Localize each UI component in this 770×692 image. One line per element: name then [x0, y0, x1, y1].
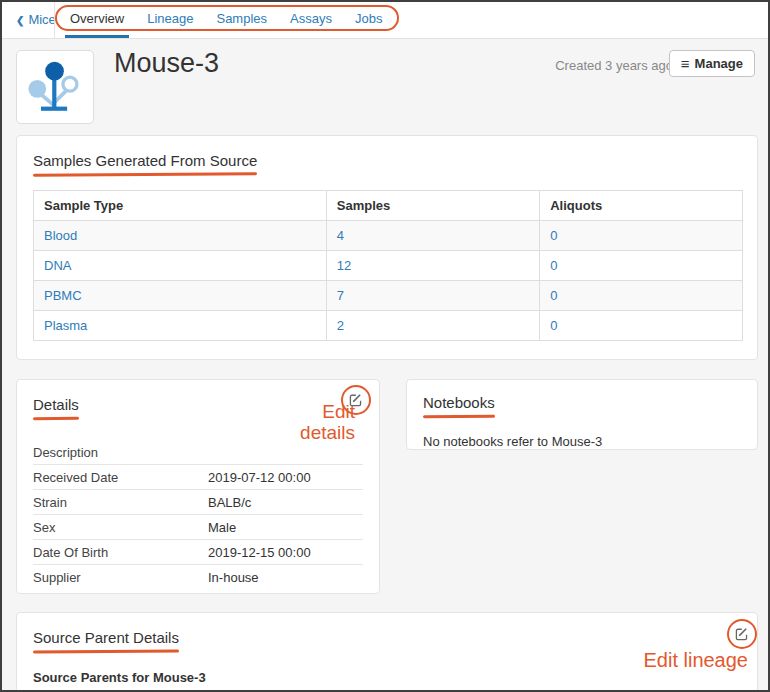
- field-row: Description: [33, 440, 363, 465]
- field-label: Date Of Birth: [33, 545, 208, 560]
- edit-pencil-icon: [735, 627, 749, 641]
- aliquot-count-link[interactable]: 0: [550, 288, 557, 303]
- source-parent-heading: Source Parent Details: [33, 629, 179, 653]
- page-title: Mouse-3: [114, 48, 219, 79]
- field-label: Received Date: [33, 470, 208, 485]
- tab-jobs[interactable]: Jobs: [350, 2, 387, 38]
- tab-samples[interactable]: Samples: [211, 2, 272, 38]
- edit-pencil-icon: [349, 393, 363, 407]
- edit-lineage-button[interactable]: [731, 623, 753, 645]
- field-value: Male: [208, 520, 363, 535]
- table-row: DNA 12 0: [34, 251, 743, 281]
- notebooks-empty-text: No notebooks refer to Mouse-3: [423, 434, 741, 449]
- aliquot-count-link[interactable]: 0: [550, 318, 557, 333]
- sample-count-link[interactable]: 2: [337, 318, 344, 333]
- notebooks-panel: Notebooks No notebooks refer to Mouse-3: [406, 379, 758, 450]
- table-row: Blood 4 0: [34, 221, 743, 251]
- lineage-source-icon: [27, 59, 83, 115]
- column-header-samples: Samples: [326, 191, 539, 221]
- source-type-icon-card: [16, 50, 94, 124]
- app-window: ❮Mice Overview Lineage Samples Assays Jo…: [0, 0, 770, 692]
- tab-lineage[interactable]: Lineage: [142, 2, 198, 38]
- tab-strip: Overview Lineage Samples Assays Jobs: [65, 2, 387, 38]
- annotation-edit-lineage-label: Edit lineage: [643, 650, 748, 671]
- tab-assays[interactable]: Assays: [285, 2, 337, 38]
- field-value: In-house: [208, 570, 363, 585]
- edit-details-button[interactable]: [345, 389, 367, 411]
- created-timestamp: Created 3 years ago: [555, 58, 673, 73]
- field-row: Sex Male: [33, 515, 363, 540]
- manage-button-label: Manage: [695, 56, 743, 71]
- samples-table: Sample Type Samples Aliquots Blood 4 0 D…: [33, 190, 743, 341]
- manage-button[interactable]: ≡ Manage: [669, 50, 755, 77]
- sample-type-link[interactable]: Blood: [44, 228, 77, 243]
- field-row: Supplier In-house: [33, 565, 363, 590]
- back-to-mice-link[interactable]: ❮Mice: [16, 2, 56, 38]
- nav-divider: [54, 2, 55, 38]
- sample-count-link[interactable]: 7: [337, 288, 344, 303]
- details-panel-heading: Details: [33, 396, 79, 420]
- field-value: BALB/c: [208, 495, 363, 510]
- field-label: Sex: [33, 520, 208, 535]
- sample-type-link[interactable]: PBMC: [44, 288, 82, 303]
- sample-count-link[interactable]: 4: [337, 228, 344, 243]
- chevron-left-icon: ❮: [16, 15, 24, 26]
- field-value: 2019-07-12 00:00: [208, 470, 363, 485]
- aliquot-count-link[interactable]: 0: [550, 258, 557, 273]
- top-nav-bar: ❮Mice Overview Lineage Samples Assays Jo…: [2, 2, 768, 39]
- back-link-label: Mice: [28, 12, 55, 27]
- sample-type-link[interactable]: Plasma: [44, 318, 87, 333]
- column-header-aliquots: Aliquots: [540, 191, 743, 221]
- table-row: PBMC 7 0: [34, 281, 743, 311]
- samples-panel-heading: Samples Generated From Source: [33, 152, 257, 176]
- field-row: Received Date 2019-07-12 00:00: [33, 465, 363, 490]
- field-row: Date Of Birth 2019-12-15 00:00: [33, 540, 363, 565]
- samples-generated-panel: Samples Generated From Source Sample Typ…: [16, 135, 758, 360]
- field-value: 2019-12-15 00:00: [208, 545, 363, 560]
- details-panel: Details Edit details Description Receive…: [16, 379, 380, 594]
- source-parent-panel: Source Parent Details Edit lineage Sourc…: [16, 612, 758, 692]
- menu-bars-icon: ≡: [681, 56, 690, 71]
- field-label: Strain: [33, 495, 208, 510]
- notebooks-panel-heading: Notebooks: [423, 394, 495, 418]
- field-label: Supplier: [33, 570, 208, 585]
- details-field-list: Description Received Date 2019-07-12 00:…: [33, 440, 363, 590]
- source-parents-subheading: Source Parents for Mouse-3: [33, 670, 741, 685]
- sample-count-link[interactable]: 12: [337, 258, 351, 273]
- table-header-row: Sample Type Samples Aliquots: [34, 191, 743, 221]
- field-row: Strain BALB/c: [33, 490, 363, 515]
- tab-overview[interactable]: Overview: [65, 2, 129, 38]
- field-label: Description: [33, 445, 208, 460]
- sample-type-link[interactable]: DNA: [44, 258, 71, 273]
- table-row: Plasma 2 0: [34, 311, 743, 341]
- aliquot-count-link[interactable]: 0: [550, 228, 557, 243]
- column-header-sample-type: Sample Type: [34, 191, 327, 221]
